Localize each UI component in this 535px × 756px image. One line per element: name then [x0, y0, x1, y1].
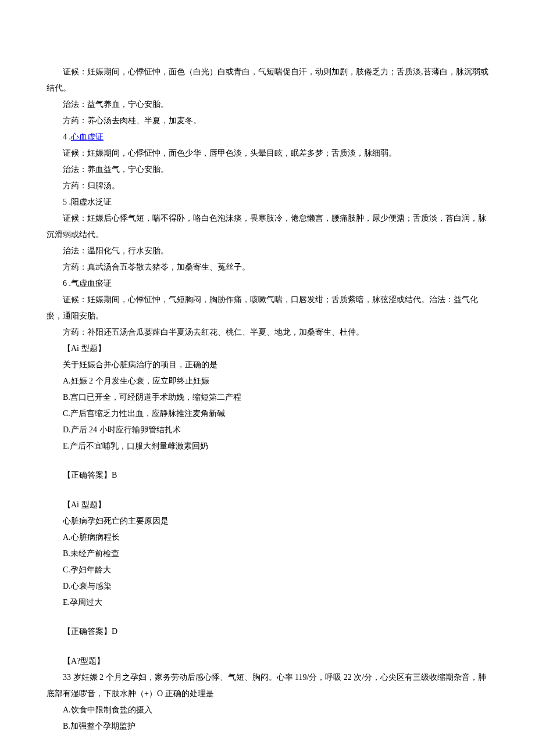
paragraph: 证候：妊娠期间，心悸怔忡，面色（白光）白或青白，气短喘促自汗，动则加剧，肢倦乏力…	[47, 64, 488, 96]
option-b: B.未经产前检查	[47, 546, 488, 562]
document-body: 证候：妊娠期间，心悸怔忡，面色（白光）白或青白，气短喘促自汗，动则加剧，肢倦乏力…	[47, 64, 488, 734]
question-type-label: 【A?型题】	[47, 653, 488, 669]
section-heading-6: 6 .气虚血瘀证	[47, 275, 488, 292]
paragraph: 方药：真武汤合五苓散去猪苓，加桑寄生、菟丝子。	[47, 259, 488, 275]
paragraph: 方药：归脾汤。	[47, 178, 488, 194]
correct-answer: 【正确答案】D	[47, 624, 488, 640]
option-d: D.产后 24 小时应行输卵管结扎术	[47, 422, 488, 438]
option-b: B.加强整个孕期监护	[47, 718, 488, 734]
question-type-label: 【Ai 型题】	[47, 341, 488, 357]
number-label: 4 .	[63, 132, 71, 141]
link-xinxuexuzheng[interactable]: 心血虚证	[71, 132, 104, 141]
question-stem: 关于妊娠合并心脏病治疗的项目，正确的是	[47, 357, 488, 373]
paragraph: 证候：妊娠期间，心悸怔忡，面色少华，唇甲色淡，头晕目眩，眠差多梦；舌质淡，脉细弱…	[47, 145, 488, 162]
option-c: C.产后宫缩乏力性出血，应静脉推注麦角新碱	[47, 406, 488, 422]
option-a: A.饮食中限制食盐的摄入	[47, 702, 488, 718]
paragraph: 证候：妊娠期间，心悸怔忡，气短胸闷，胸胁作痛，咳嗽气喘，口唇发绀；舌质紫暗，脉弦…	[47, 292, 488, 324]
paragraph: 证候：妊娠后心悸气短，喘不得卧，咯白色泡沫痰，畏寒肢冷，倦怠懒言，腰痛肢肿，尿少…	[47, 210, 488, 243]
option-d: D.心衰与感染	[47, 578, 488, 594]
option-a: A.心脏病病程长	[47, 529, 488, 546]
paragraph: 方药：养心汤去肉桂、半夏，加麦冬。	[47, 113, 488, 129]
paragraph: 治法：益气养血，宁心安胎。	[47, 96, 488, 113]
option-a: A.妊娠 2 个月发生心衰，应立即终止妊娠	[47, 373, 488, 389]
question-stem: 心脏病孕妇死亡的主要原因是	[47, 513, 488, 529]
option-e: E.孕周过大	[47, 594, 488, 611]
option-e: E.产后不宜哺乳，口服大剂量雌激素回奶	[47, 438, 488, 454]
paragraph: 方药：补阳还五汤合瓜蒌薤白半夏汤去红花、桃仁、半夏、地龙，加桑寄生、杜仲。	[47, 324, 488, 341]
option-b: B.宫口已开全，可经阴道手术助娩，缩短第二产程	[47, 389, 488, 406]
paragraph: 治法：温阳化气，行水安胎。	[47, 243, 488, 259]
question-type-label: 【Ai 型题】	[47, 497, 488, 513]
question-stem: 33 岁妊娠 2 个月之孕妇，家务劳动后感心悸、气短、胸闷。心率 119/分，呼…	[47, 669, 488, 702]
correct-answer: 【正确答案】B	[47, 467, 488, 483]
section-heading-5: 5 .阳虚水泛证	[47, 194, 488, 210]
option-c: C.孕妇年龄大	[47, 562, 488, 578]
section-heading-4: 4 .心血虚证	[47, 129, 488, 145]
paragraph: 治法：养血益气，宁心安胎。	[47, 162, 488, 178]
